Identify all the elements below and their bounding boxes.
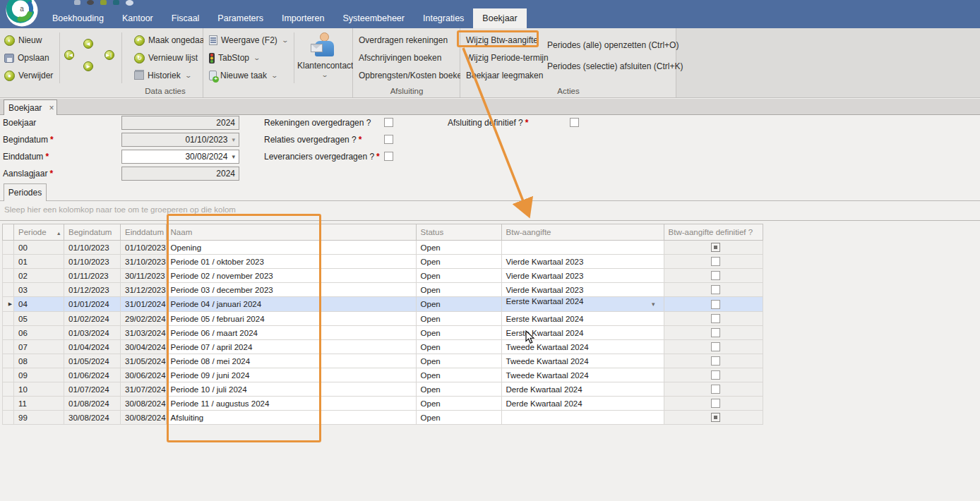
menu-tab-boekjaar[interactable]: Boekjaar <box>473 8 526 28</box>
menu-tab-systeembeheer[interactable]: Systeembeheer <box>333 8 414 28</box>
cell-btw-aangifte[interactable]: Tweede Kwartaal 2024 <box>501 368 664 382</box>
table-row-periode-01[interactable]: 0101/10/202331/10/2023Periode 01 / oktob… <box>3 255 763 269</box>
wijzig-btw-aangifte-button[interactable]: Wijzig Btw-aangifte <box>466 33 538 47</box>
cell-begindatum[interactable]: 01/02/2024 <box>64 312 121 326</box>
einddatum-field[interactable]: 30/08/2024▾ <box>121 150 239 164</box>
cell-periode[interactable]: 01 <box>14 255 64 269</box>
menu-tab-boekhouding[interactable]: Boekhouding <box>43 8 113 28</box>
weergave-button[interactable]: Weergave (F2) ⌄ <box>209 33 287 47</box>
cell-begindatum[interactable]: 01/10/2023 <box>64 241 121 255</box>
table-row-periode-08[interactable]: 0801/05/202431/05/2024Periode 08 / mei 2… <box>3 354 763 368</box>
cell-einddatum[interactable]: 31/12/2023 <box>121 283 167 297</box>
boekjaar-leegmaken-button[interactable]: Boekjaar leegmaken <box>466 68 543 83</box>
cell-naam[interactable]: Periode 05 / februari 2024 <box>166 312 416 326</box>
cell-status[interactable]: Open <box>416 354 501 368</box>
cell-periode[interactable]: 04 <box>14 297 64 312</box>
menu-tab-integraties[interactable]: Integraties <box>414 8 473 28</box>
cell-btw-aangifte[interactable] <box>501 411 664 425</box>
dropdown-arrow-icon[interactable]: ▾ <box>232 153 235 160</box>
cell-btw-aangifte[interactable] <box>501 241 664 255</box>
cell-btw-aangifte[interactable]: Eerste Kwartaal 2024▾ <box>501 297 664 312</box>
column-header-btw-aangifte[interactable]: Btw-aangifte <box>501 224 664 241</box>
opslaan-button[interactable]: Opslaan <box>4 51 49 65</box>
btw-definitief-checkbox[interactable] <box>711 399 720 408</box>
cell-status[interactable]: Open <box>416 269 501 283</box>
cell-periode[interactable]: 03 <box>14 283 64 297</box>
btw-definitief-checkbox[interactable] <box>711 328 720 337</box>
afschrijvingen-boeken-button[interactable]: Afschrijvingen boeken <box>359 51 441 65</box>
cell-einddatum[interactable]: 30/08/2024 <box>121 411 167 425</box>
cell-einddatum[interactable]: 30/11/2023 <box>121 269 167 283</box>
btw-definitief-checkbox[interactable] <box>711 342 720 351</box>
tabstop-button[interactable]: TabStop ⌄ <box>209 51 260 65</box>
dropdown-arrow-icon[interactable]: ▾ <box>232 136 235 143</box>
cell-einddatum[interactable]: 31/07/2024 <box>121 382 167 397</box>
cell-begindatum[interactable]: 01/12/2023 <box>64 283 121 297</box>
cell-status[interactable]: Open <box>416 283 501 297</box>
qat-pin-icon[interactable] <box>113 0 119 5</box>
cell-begindatum[interactable]: 01/11/2023 <box>64 269 121 283</box>
cell-periode[interactable]: 99 <box>14 411 64 425</box>
cell-begindatum[interactable]: 01/04/2024 <box>64 340 121 354</box>
nav-next-icon[interactable]: ▶ <box>83 61 93 71</box>
cell-naam[interactable]: Periode 03 / december 2023 <box>166 283 416 297</box>
cell-btw-aangifte[interactable]: Vierde Kwartaal 2023 <box>501 269 664 283</box>
rekeningen-overgedragen-checkbox[interactable] <box>384 118 393 127</box>
app-logo[interactable]: a <box>6 0 38 27</box>
cell-naam[interactable]: Periode 11 / augustus 2024 <box>166 397 416 411</box>
cell-einddatum[interactable]: 31/01/2024 <box>121 297 167 312</box>
btw-definitief-checkbox[interactable] <box>711 370 720 380</box>
table-row-periode-03[interactable]: 0301/12/202331/12/2023Periode 03 / decem… <box>3 283 763 297</box>
btw-definitief-checkbox[interactable] <box>711 385 720 394</box>
begindatum-field[interactable]: 01/10/2023▾ <box>121 133 239 147</box>
nieuw-button[interactable]: ◐ Nieuw <box>4 33 42 47</box>
table-row-periode-07[interactable]: 0701/04/202430/04/2024Periode 07 / april… <box>3 340 763 354</box>
table-row-periode-11[interactable]: 1101/08/202430/08/2024Periode 11 / augus… <box>3 397 763 411</box>
verwijder-button[interactable]: ● Verwijder <box>4 68 53 83</box>
cell-einddatum[interactable]: 29/02/2024 <box>121 312 167 326</box>
cell-status[interactable]: Open <box>416 411 501 425</box>
column-header-status[interactable]: Status <box>416 224 501 241</box>
btw-definitief-checkbox[interactable] <box>711 300 720 309</box>
cell-periode[interactable]: 08 <box>14 354 64 368</box>
afsluiting-definitief-checkbox[interactable] <box>570 118 579 127</box>
table-row-periode-99[interactable]: 9930/08/202430/08/2024AfsluitingOpen <box>3 411 763 425</box>
menu-tab-fiscaal[interactable]: Fiscaal <box>162 8 209 28</box>
cell-naam[interactable]: Periode 04 / januari 2024 <box>166 297 416 312</box>
btw-definitief-checkbox[interactable] <box>711 413 720 422</box>
column-header-naam[interactable]: Naam <box>166 224 416 241</box>
opbrengsten-kosten-boeken-button[interactable]: Opbrengsten/Kosten boeken <box>359 68 467 83</box>
cell-begindatum[interactable]: 01/03/2024 <box>64 326 121 340</box>
cell-btw-aangifte[interactable]: Derde Kwartaal 2024 <box>501 382 664 397</box>
column-header-periode[interactable]: Periode▲ <box>14 224 64 241</box>
cell-status[interactable]: Open <box>416 326 501 340</box>
cell-begindatum[interactable]: 30/08/2024 <box>64 411 121 425</box>
cell-status[interactable]: Open <box>416 368 501 382</box>
klantencontact-button[interactable]: Klantencontact ⌄ <box>297 31 351 96</box>
qat-sync-icon[interactable] <box>126 0 133 6</box>
relaties-overgedragen-checkbox[interactable] <box>384 135 393 144</box>
cell-begindatum[interactable]: 01/06/2024 <box>64 368 121 382</box>
wijzig-periode-termijn-button[interactable]: Wijzig Periode-termijn <box>466 51 549 65</box>
qat-list-icon[interactable] <box>100 0 107 5</box>
cell-naam[interactable]: Opening <box>166 241 416 255</box>
cell-status[interactable]: Open <box>416 382 501 397</box>
cell-btw-aangifte[interactable]: Tweede Kwartaal 2024 <box>501 354 664 368</box>
cell-begindatum[interactable]: 01/07/2024 <box>64 382 121 397</box>
btw-definitief-checkbox[interactable] <box>711 271 720 280</box>
cell-status[interactable]: Open <box>416 297 501 312</box>
cell-naam[interactable]: Periode 07 / april 2024 <box>166 340 416 354</box>
close-tab-icon[interactable]: × <box>49 104 54 111</box>
menu-tab-importeren[interactable]: Importeren <box>273 8 333 28</box>
cell-einddatum[interactable]: 30/06/2024 <box>121 368 167 382</box>
cell-btw-aangifte[interactable]: Eerste Kwartaal 2024 <box>501 312 664 326</box>
cell-status[interactable]: Open <box>416 241 501 255</box>
cell-status[interactable]: Open <box>416 340 501 354</box>
cell-einddatum[interactable]: 31/10/2023 <box>121 255 167 269</box>
nav-previous-icon[interactable]: ◀ <box>83 39 93 49</box>
nieuwe-taak-button[interactable]: Nieuwe taak ⌄ <box>209 68 277 83</box>
cell-periode[interactable]: 07 <box>14 340 64 354</box>
leveranciers-overgedragen-checkbox[interactable] <box>384 152 393 161</box>
btw-definitief-checkbox[interactable] <box>711 285 720 294</box>
btw-definitief-checkbox[interactable] <box>711 356 720 366</box>
